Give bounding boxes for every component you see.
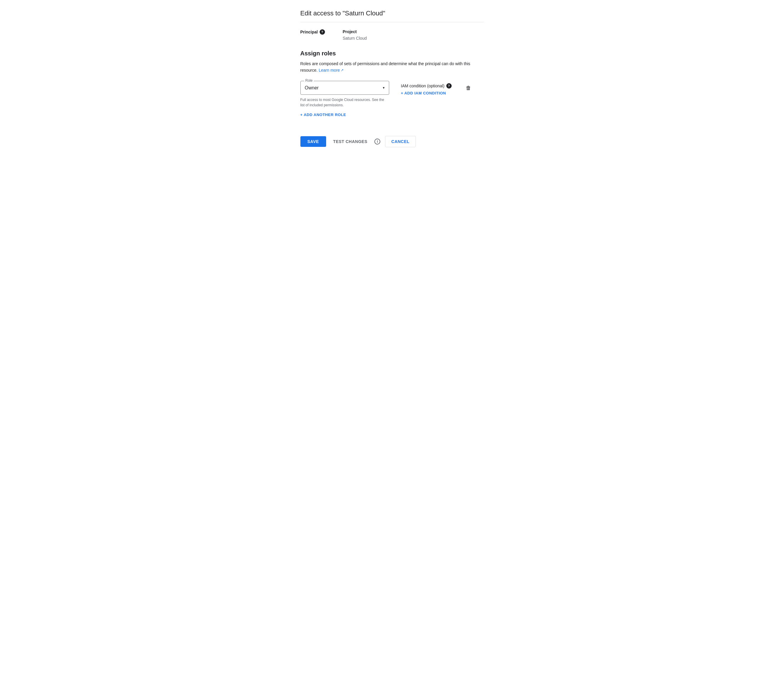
external-link-icon: ↗ bbox=[341, 68, 344, 73]
principal-help-icon[interactable]: ? bbox=[320, 29, 325, 35]
iam-condition-section: IAM condition (optional) ? + ADD IAM CON… bbox=[401, 81, 452, 95]
role-select-container: Role Owner Editor Viewer ▼ bbox=[300, 81, 389, 95]
principal-text: Principal bbox=[300, 30, 318, 34]
principal-label: Principal ? bbox=[300, 29, 325, 35]
learn-more-link[interactable]: Learn more ↗ bbox=[319, 67, 344, 73]
project-section: Project Saturn Cloud bbox=[343, 29, 367, 40]
iam-condition-label: IAM condition (optional) ? bbox=[401, 83, 452, 89]
project-value: Saturn Cloud bbox=[343, 36, 367, 40]
role-select-label: Role bbox=[304, 79, 314, 82]
add-iam-condition-button[interactable]: + ADD IAM CONDITION bbox=[401, 91, 452, 95]
role-row: Role Owner Editor Viewer ▼ Full access t… bbox=[300, 81, 484, 108]
role-field-wrapper: Role Owner Editor Viewer ▼ Full access t… bbox=[300, 81, 389, 108]
principal-project-row: Principal ? Project Saturn Cloud bbox=[300, 29, 484, 40]
role-select[interactable]: Owner Editor Viewer bbox=[301, 81, 389, 94]
save-button[interactable]: SAVE bbox=[300, 136, 326, 147]
test-changes-button[interactable]: TEST CHANGES bbox=[331, 136, 370, 147]
iam-condition-help-icon[interactable]: ? bbox=[446, 83, 452, 89]
cancel-button[interactable]: CANCEL bbox=[385, 136, 415, 147]
add-another-role-button[interactable]: + ADD ANOTHER ROLE bbox=[300, 113, 346, 117]
assign-roles-desc: Roles are composed of sets of permission… bbox=[300, 60, 484, 74]
dialog-title: Edit access to "Saturn Cloud" bbox=[300, 10, 484, 22]
role-description: Full access to most Google Cloud resourc… bbox=[300, 97, 389, 108]
actions-row: SAVE TEST CHANGES i CANCEL bbox=[300, 131, 484, 147]
trash-icon: 🗑 bbox=[466, 85, 471, 91]
test-changes-info-icon[interactable]: i bbox=[374, 139, 380, 145]
assign-roles-title: Assign roles bbox=[300, 50, 484, 57]
delete-role-button[interactable]: 🗑 bbox=[464, 82, 473, 94]
principal-col: Principal ? bbox=[300, 29, 325, 40]
dialog-container: Edit access to "Saturn Cloud" Principal … bbox=[288, 0, 496, 684]
project-label: Project bbox=[343, 29, 367, 34]
